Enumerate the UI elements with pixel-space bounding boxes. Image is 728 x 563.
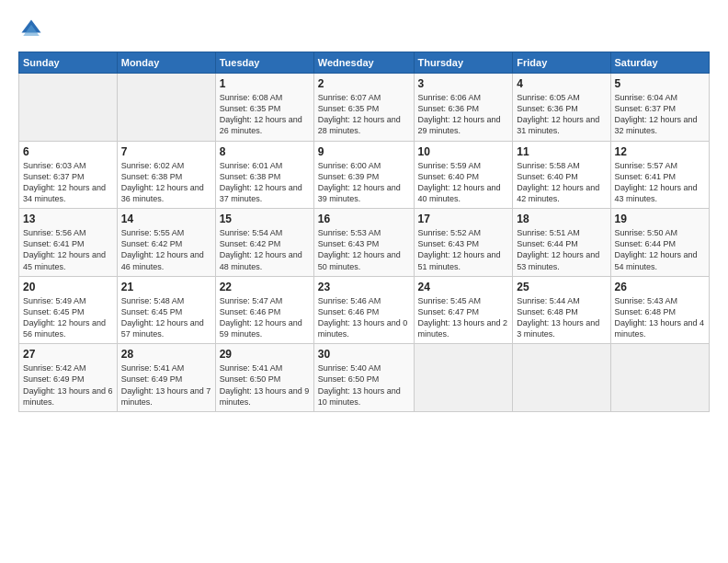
- day-number: 10: [418, 145, 509, 158]
- calendar-body: 1Sunrise: 6:08 AM Sunset: 6:35 PM Daylig…: [19, 74, 710, 412]
- calendar-day-cell: 18Sunrise: 5:51 AM Sunset: 6:44 PM Dayli…: [513, 209, 610, 277]
- calendar-day-cell: 11Sunrise: 5:58 AM Sunset: 6:40 PM Dayli…: [513, 141, 610, 209]
- day-detail: Sunrise: 5:58 AM Sunset: 6:40 PM Dayligh…: [517, 160, 606, 205]
- day-number: 28: [121, 348, 211, 361]
- calendar-day-cell: 4Sunrise: 6:05 AM Sunset: 6:36 PM Daylig…: [513, 74, 610, 142]
- day-number: 3: [418, 77, 509, 90]
- day-number: 16: [318, 213, 410, 225]
- weekday-header: Saturday: [610, 52, 709, 74]
- calendar-day-cell: 6Sunrise: 6:03 AM Sunset: 6:37 PM Daylig…: [19, 141, 118, 209]
- day-number: 27: [23, 348, 113, 361]
- calendar-day-cell: 28Sunrise: 5:41 AM Sunset: 6:49 PM Dayli…: [117, 344, 215, 412]
- weekday-row: SundayMondayTuesdayWednesdayThursdayFrid…: [19, 52, 710, 74]
- calendar-day-cell: 16Sunrise: 5:53 AM Sunset: 6:43 PM Dayli…: [313, 209, 414, 277]
- page-header: [18, 17, 710, 42]
- calendar-day-cell: 27Sunrise: 5:42 AM Sunset: 6:49 PM Dayli…: [19, 344, 118, 412]
- weekday-header: Friday: [513, 52, 610, 74]
- day-number: 15: [220, 213, 310, 225]
- calendar-day-cell: 2Sunrise: 6:07 AM Sunset: 6:35 PM Daylig…: [313, 74, 414, 142]
- calendar-day-cell: 8Sunrise: 6:01 AM Sunset: 6:38 PM Daylig…: [215, 141, 313, 209]
- day-number: 23: [318, 281, 410, 293]
- day-number: 2: [318, 77, 410, 90]
- day-number: 11: [517, 145, 606, 158]
- day-number: 18: [517, 213, 606, 225]
- calendar-day-cell: 25Sunrise: 5:44 AM Sunset: 6:48 PM Dayli…: [513, 276, 610, 344]
- day-detail: Sunrise: 5:56 AM Sunset: 6:41 PM Dayligh…: [23, 227, 113, 272]
- day-detail: Sunrise: 6:04 AM Sunset: 6:37 PM Dayligh…: [615, 92, 705, 137]
- calendar-day-cell: 30Sunrise: 5:40 AM Sunset: 6:50 PM Dayli…: [313, 344, 414, 412]
- calendar-day-cell: 19Sunrise: 5:50 AM Sunset: 6:44 PM Dayli…: [610, 209, 709, 277]
- day-number: 21: [121, 281, 211, 293]
- day-detail: Sunrise: 5:45 AM Sunset: 6:47 PM Dayligh…: [418, 295, 509, 340]
- day-detail: Sunrise: 5:53 AM Sunset: 6:43 PM Dayligh…: [318, 227, 410, 272]
- day-number: 4: [517, 77, 606, 90]
- day-detail: Sunrise: 5:49 AM Sunset: 6:45 PM Dayligh…: [23, 295, 113, 340]
- calendar-day-cell: 20Sunrise: 5:49 AM Sunset: 6:45 PM Dayli…: [19, 276, 118, 344]
- day-detail: Sunrise: 6:06 AM Sunset: 6:36 PM Dayligh…: [418, 92, 509, 137]
- day-detail: Sunrise: 6:07 AM Sunset: 6:35 PM Dayligh…: [318, 92, 410, 137]
- calendar-day-cell: [513, 344, 610, 412]
- day-detail: Sunrise: 6:00 AM Sunset: 6:39 PM Dayligh…: [318, 160, 410, 205]
- calendar-week-row: 6Sunrise: 6:03 AM Sunset: 6:37 PM Daylig…: [19, 141, 710, 209]
- day-number: 30: [318, 348, 410, 361]
- calendar-day-cell: 10Sunrise: 5:59 AM Sunset: 6:40 PM Dayli…: [414, 141, 513, 209]
- day-number: 17: [418, 213, 509, 225]
- calendar-day-cell: 22Sunrise: 5:47 AM Sunset: 6:46 PM Dayli…: [215, 276, 313, 344]
- calendar-day-cell: 24Sunrise: 5:45 AM Sunset: 6:47 PM Dayli…: [414, 276, 513, 344]
- calendar-day-cell: 14Sunrise: 5:55 AM Sunset: 6:42 PM Dayli…: [117, 209, 215, 277]
- day-detail: Sunrise: 5:42 AM Sunset: 6:49 PM Dayligh…: [23, 362, 113, 408]
- calendar-day-cell: 23Sunrise: 5:46 AM Sunset: 6:46 PM Dayli…: [313, 276, 414, 344]
- weekday-header: Monday: [117, 52, 215, 74]
- day-detail: Sunrise: 5:59 AM Sunset: 6:40 PM Dayligh…: [418, 160, 509, 205]
- calendar-day-cell: 17Sunrise: 5:52 AM Sunset: 6:43 PM Dayli…: [414, 209, 513, 277]
- calendar-day-cell: 21Sunrise: 5:48 AM Sunset: 6:45 PM Dayli…: [117, 276, 215, 344]
- day-detail: Sunrise: 6:02 AM Sunset: 6:38 PM Dayligh…: [121, 160, 211, 205]
- day-number: 7: [121, 145, 211, 158]
- day-detail: Sunrise: 5:43 AM Sunset: 6:48 PM Dayligh…: [615, 295, 705, 340]
- day-number: 1: [220, 77, 310, 90]
- day-number: 6: [23, 145, 113, 158]
- day-detail: Sunrise: 5:46 AM Sunset: 6:46 PM Dayligh…: [318, 295, 410, 340]
- calendar-week-row: 20Sunrise: 5:49 AM Sunset: 6:45 PM Dayli…: [19, 276, 710, 344]
- day-number: 26: [615, 281, 705, 293]
- day-number: 14: [121, 213, 211, 225]
- day-detail: Sunrise: 5:41 AM Sunset: 6:50 PM Dayligh…: [220, 362, 310, 408]
- calendar-day-cell: 12Sunrise: 5:57 AM Sunset: 6:41 PM Dayli…: [610, 141, 709, 209]
- day-detail: Sunrise: 5:50 AM Sunset: 6:44 PM Dayligh…: [615, 227, 705, 272]
- calendar-day-cell: 3Sunrise: 6:06 AM Sunset: 6:36 PM Daylig…: [414, 74, 513, 142]
- weekday-header: Wednesday: [313, 52, 414, 74]
- calendar-day-cell: 26Sunrise: 5:43 AM Sunset: 6:48 PM Dayli…: [610, 276, 709, 344]
- day-detail: Sunrise: 5:55 AM Sunset: 6:42 PM Dayligh…: [121, 227, 211, 272]
- calendar-day-cell: [414, 344, 513, 412]
- day-number: 20: [23, 281, 113, 293]
- logo-icon: [18, 17, 44, 42]
- calendar-header: SundayMondayTuesdayWednesdayThursdayFrid…: [19, 52, 710, 74]
- day-number: 24: [418, 281, 509, 293]
- day-number: 25: [517, 281, 606, 293]
- calendar-day-cell: 9Sunrise: 6:00 AM Sunset: 6:39 PM Daylig…: [313, 141, 414, 209]
- day-detail: Sunrise: 5:52 AM Sunset: 6:43 PM Dayligh…: [418, 227, 509, 272]
- calendar-week-row: 27Sunrise: 5:42 AM Sunset: 6:49 PM Dayli…: [19, 344, 710, 412]
- calendar-week-row: 13Sunrise: 5:56 AM Sunset: 6:41 PM Dayli…: [19, 209, 710, 277]
- day-detail: Sunrise: 5:57 AM Sunset: 6:41 PM Dayligh…: [615, 160, 705, 205]
- day-detail: Sunrise: 6:05 AM Sunset: 6:36 PM Dayligh…: [517, 92, 606, 137]
- weekday-header: Thursday: [414, 52, 513, 74]
- calendar-day-cell: 5Sunrise: 6:04 AM Sunset: 6:37 PM Daylig…: [610, 74, 709, 142]
- day-detail: Sunrise: 6:03 AM Sunset: 6:37 PM Dayligh…: [23, 160, 113, 205]
- calendar-day-cell: 7Sunrise: 6:02 AM Sunset: 6:38 PM Daylig…: [117, 141, 215, 209]
- calendar-day-cell: 29Sunrise: 5:41 AM Sunset: 6:50 PM Dayli…: [215, 344, 313, 412]
- calendar-day-cell: [19, 74, 118, 142]
- calendar-day-cell: 1Sunrise: 6:08 AM Sunset: 6:35 PM Daylig…: [215, 74, 313, 142]
- weekday-header: Tuesday: [215, 52, 313, 74]
- day-number: 19: [615, 213, 705, 225]
- logo: [18, 17, 48, 42]
- calendar-week-row: 1Sunrise: 6:08 AM Sunset: 6:35 PM Daylig…: [19, 74, 710, 142]
- day-number: 13: [23, 213, 113, 225]
- calendar-day-cell: 13Sunrise: 5:56 AM Sunset: 6:41 PM Dayli…: [19, 209, 118, 277]
- calendar-day-cell: [117, 74, 215, 142]
- calendar-table: SundayMondayTuesdayWednesdayThursdayFrid…: [18, 52, 710, 412]
- day-number: 5: [615, 77, 705, 90]
- day-detail: Sunrise: 5:54 AM Sunset: 6:42 PM Dayligh…: [220, 227, 310, 272]
- day-detail: Sunrise: 5:44 AM Sunset: 6:48 PM Dayligh…: [517, 295, 606, 340]
- day-detail: Sunrise: 5:40 AM Sunset: 6:50 PM Dayligh…: [318, 362, 410, 408]
